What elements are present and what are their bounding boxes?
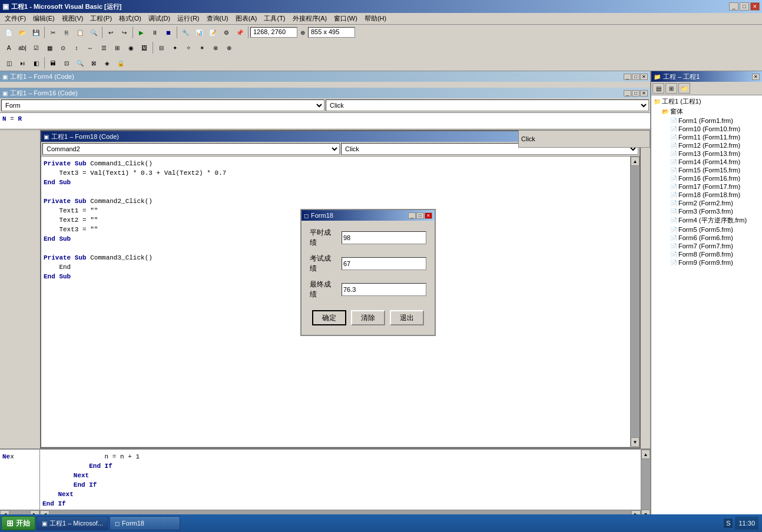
proj-btn-view-form[interactable]: ⊞ (665, 83, 677, 94)
dialog-controls[interactable]: _ □ ✕ (408, 212, 432, 219)
tree-form4[interactable]: 📄Form4 (平方逆序数.frm) (669, 215, 761, 225)
scroll-down-arrow[interactable]: ▼ (631, 437, 640, 447)
form16-maximize[interactable]: □ (632, 90, 640, 97)
tree-form6[interactable]: 📄Form6 (Form6.frm) (669, 234, 761, 242)
tree-root[interactable]: 📁 工程1 (工程1) (652, 97, 761, 107)
tb2-17[interactable]: ⊕ (223, 42, 236, 54)
tb2-9[interactable]: ⊞ (111, 42, 124, 54)
tb2-4[interactable]: ▦ (43, 42, 56, 54)
scroll-up-arrow[interactable]: ▲ (631, 157, 640, 166)
tb-extra4[interactable]: ⚙ (220, 26, 233, 38)
tb3-6[interactable]: 🔍 (74, 57, 87, 69)
form4-maximize[interactable]: □ (632, 74, 640, 80)
tb3-8[interactable]: ◈ (101, 57, 114, 69)
tree-form12[interactable]: 📄Form12 (Form12.frm) (669, 141, 761, 149)
tb2-16[interactable]: ⊗ (209, 42, 222, 54)
tb3-5[interactable]: ⊡ (60, 57, 73, 69)
tb-cut[interactable]: ✂ (47, 26, 59, 38)
tree-form15[interactable]: 📄Form15 (Form15.frm) (669, 166, 761, 174)
tree-form7[interactable]: 📄Form7 (Form7.frm) (669, 242, 761, 250)
menu-file[interactable]: 文件(F) (1, 13, 29, 24)
menu-addins[interactable]: 外接程序(A) (289, 13, 331, 24)
tree-form11[interactable]: 📄Form11 (Form11.frm) (669, 133, 761, 141)
exit-button[interactable]: 退出 (390, 310, 424, 325)
tree-form3[interactable]: 📄Form3 (Form3.frm) (669, 207, 761, 215)
tree-form17[interactable]: 📄Form17 (Form17.frm) (669, 182, 761, 191)
proj-btn-view-code[interactable]: ▤ (652, 83, 664, 94)
bottom-track-v[interactable] (641, 459, 650, 510)
menu-tools[interactable]: 工具(T) (260, 13, 289, 24)
bottom-scroll-up[interactable]: ▲ (641, 450, 650, 459)
main-title-controls[interactable]: _ □ ✕ (729, 2, 760, 11)
scroll-track-v[interactable] (631, 166, 640, 437)
tb-stop[interactable]: ⏹ (162, 26, 175, 38)
menu-window[interactable]: 窗口(W) (330, 13, 361, 24)
tree-form18[interactable]: 📄Form18 (Form18.frm) (669, 191, 761, 199)
field-input-2[interactable] (342, 257, 426, 270)
tree-form10[interactable]: 📄Form10 (Form10.frm) (669, 125, 761, 133)
close-button[interactable]: ✕ (750, 2, 760, 11)
menu-chart[interactable]: 图表(A) (232, 13, 261, 24)
dialog-minimize[interactable]: _ (408, 212, 416, 219)
tree-form5[interactable]: 📄Form5 (Form5.frm) (669, 225, 761, 234)
tb-run[interactable]: ▶ (135, 26, 148, 38)
menu-project[interactable]: 工程(P) (87, 13, 115, 24)
field-input-1[interactable] (342, 231, 426, 244)
tb2-5[interactable]: ⊙ (57, 42, 69, 54)
tb-pause[interactable]: ⏸ (148, 26, 161, 38)
tb-save[interactable]: 💾 (29, 26, 42, 38)
clear-button[interactable]: 清除 (351, 310, 385, 325)
menu-debug[interactable]: 调试(D) (145, 13, 174, 24)
form16-minimize[interactable]: _ (624, 90, 631, 97)
tb-extra5[interactable]: 📌 (233, 26, 246, 38)
tb-redo[interactable]: ↪ (118, 26, 131, 38)
tb-paste[interactable]: 📋 (74, 26, 87, 38)
maximize-button[interactable]: □ (740, 2, 749, 11)
tb3-7[interactable]: ⊠ (87, 57, 100, 69)
menu-query[interactable]: 查询(U) (203, 13, 232, 24)
tb2-14[interactable]: ✧ (182, 42, 195, 54)
project-controls[interactable]: ✕ (752, 74, 760, 80)
tree-form14[interactable]: 📄Form14 (Form14.frm) (669, 158, 761, 166)
tb2-8[interactable]: ☰ (97, 42, 110, 54)
taskbar-btn-form18[interactable]: ◻ Form18 (110, 516, 180, 530)
tb-copy[interactable]: ⎘ (60, 26, 73, 38)
tb2-7[interactable]: ↔ (84, 42, 97, 54)
tb2-1[interactable]: A (2, 42, 15, 54)
dialog-close[interactable]: ✕ (425, 212, 432, 219)
tree-form8[interactable]: 📄Form8 (Form8.frm) (669, 250, 761, 258)
tb2-12[interactable]: ⊟ (155, 42, 168, 54)
taskbar-btn-vb[interactable]: ▣ 工程1 – Microsof... (37, 516, 108, 530)
tree-forms-folder[interactable]: 📂 窗体 (661, 107, 761, 117)
tb-find[interactable]: 🔍 (87, 26, 100, 38)
tb-extra3[interactable]: 📝 (206, 26, 219, 38)
confirm-button[interactable]: 确定 (312, 310, 346, 325)
form16-controls[interactable]: _ □ ✕ (624, 90, 648, 97)
tb2-2[interactable]: ab| (16, 42, 29, 54)
tree-form16[interactable]: 📄Form16 (Form16.frm) (669, 174, 761, 182)
tb2-6[interactable]: ↕ (70, 42, 83, 54)
form18-object-select[interactable]: Command2 (42, 143, 340, 155)
start-button[interactable]: ⊞ 开始 (1, 516, 35, 530)
tb-extra1[interactable]: 🔧 (179, 26, 192, 38)
tb3-1[interactable]: ◫ (2, 57, 15, 69)
menu-edit[interactable]: 编辑(E) (29, 13, 58, 24)
form16-event-select[interactable]: Click (326, 99, 649, 111)
menu-view[interactable]: 视图(V) (58, 13, 87, 24)
tb2-10[interactable]: ◉ (124, 42, 137, 54)
tb3-3[interactable]: ◧ (29, 57, 42, 69)
proj-btn-toggle[interactable]: 📁 (678, 83, 690, 94)
form4-controls[interactable]: _ □ ✕ (624, 74, 648, 80)
form4-close[interactable]: ✕ (640, 74, 648, 80)
menu-run[interactable]: 运行(R) (174, 13, 203, 24)
form16-object-select[interactable]: Form (1, 99, 324, 111)
tb3-9[interactable]: 🔒 (114, 57, 127, 69)
tree-form1[interactable]: 📄Form1 (Form1.frm) (669, 117, 761, 125)
tree-form13[interactable]: 📄Form13 (Form13.frm) (669, 149, 761, 158)
project-tree[interactable]: 📁 工程1 (工程1) 📂 窗体 📄Form1 (Form1.frm) 📄For… (651, 95, 762, 519)
tb2-3[interactable]: ☑ (29, 42, 42, 54)
tb-undo[interactable]: ↩ (104, 26, 117, 38)
menu-format[interactable]: 格式(O) (115, 13, 145, 24)
tb2-11[interactable]: 🖼 (138, 42, 151, 54)
tb2-13[interactable]: ✦ (168, 42, 181, 54)
